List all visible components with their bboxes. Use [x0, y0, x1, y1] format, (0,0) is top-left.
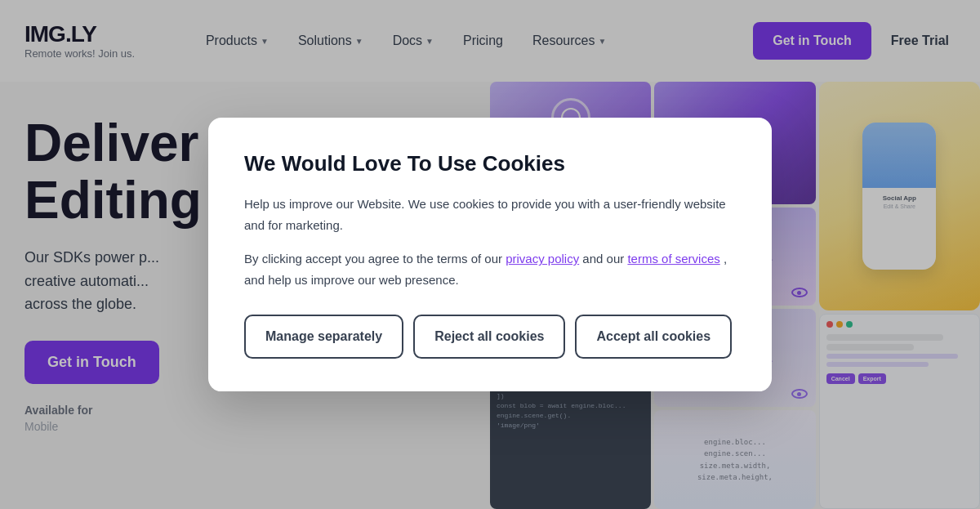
- cookie-modal: We Would Love To Use Cookies Help us imp…: [208, 118, 772, 392]
- manage-separately-button[interactable]: Manage separately: [244, 315, 403, 359]
- privacy-policy-link[interactable]: privacy policy: [506, 252, 579, 266]
- cookie-body-2-prefix: By clicking accept you agree to the term…: [244, 252, 506, 266]
- cookie-body-2: By clicking accept you agree to the term…: [244, 248, 736, 290]
- reject-all-cookies-button[interactable]: Reject all cookies: [413, 315, 565, 359]
- cookie-body-1: Help us improve our Website. We use cook…: [244, 194, 736, 235]
- accept-all-cookies-button[interactable]: Accept all cookies: [575, 315, 732, 359]
- cookie-modal-title: We Would Love To Use Cookies: [244, 150, 736, 178]
- cookie-buttons: Manage separately Reject all cookies Acc…: [244, 315, 736, 359]
- cookie-body-2-middle: and our: [582, 252, 627, 266]
- terms-of-service-link[interactable]: terms of services: [627, 252, 719, 266]
